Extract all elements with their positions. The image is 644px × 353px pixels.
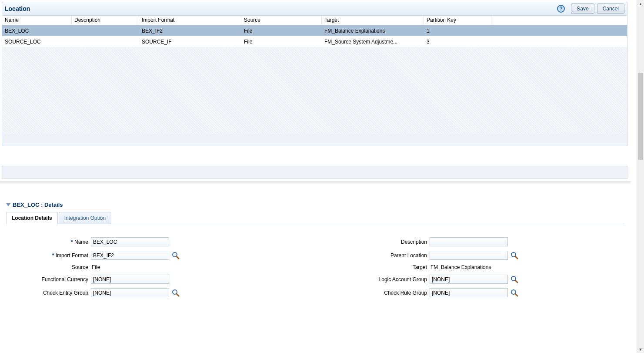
disclosure-icon [6, 203, 10, 206]
col-header-partition-key[interactable]: Partition Key [424, 16, 491, 25]
target-value: FM_Balance Explanations [430, 264, 491, 270]
details-title-text: BEX_LOC : Details [13, 202, 63, 208]
col-header-source[interactable]: Source [241, 16, 322, 25]
description-field[interactable] [430, 237, 508, 246]
table-row[interactable]: SOURCE_LOC SOURCE_IF File FM_Source Syst… [2, 36, 627, 47]
label-functional-currency: Functional Currency [10, 276, 91, 282]
scroll-thumb[interactable] [638, 73, 643, 160]
help-icon[interactable]: ? [557, 5, 565, 13]
panel-separator [0, 182, 631, 184]
details-tabs: Location Details Integration Option [6, 212, 625, 224]
cell-partition-key: 3 [424, 37, 491, 47]
label-logic-account-group: Logic Account Group [206, 276, 430, 282]
col-header-target[interactable]: Target [322, 16, 424, 25]
col-header-name[interactable]: Name [2, 16, 72, 25]
source-value: File [91, 264, 100, 270]
cancel-button[interactable]: Cancel [597, 3, 624, 14]
search-icon[interactable] [511, 276, 518, 283]
svg-line-9 [515, 294, 517, 296]
label-check-entity-group: Check Entity Group [10, 290, 91, 296]
vertical-scrollbar[interactable]: ▲ ▼ [637, 0, 644, 353]
svg-line-5 [515, 256, 517, 259]
name-field[interactable] [91, 237, 169, 246]
label-check-rule-group: Check Rule Group [206, 290, 430, 296]
label-description: Description [206, 239, 430, 245]
cell-target: FM_Source System Adjustme... [322, 37, 424, 47]
cell-import-format: SOURCE_IF [139, 37, 241, 47]
label-import-format: Import Format [10, 252, 91, 259]
search-icon[interactable] [511, 289, 518, 297]
details-form: Name Import Format Source File Functiona… [6, 224, 625, 310]
svg-line-7 [515, 280, 517, 282]
scroll-track[interactable] [637, 7, 644, 346]
filter-bar [2, 166, 627, 179]
label-parent-location: Parent Location [206, 252, 430, 259]
page-title: Location [5, 5, 557, 12]
grid-header: Name Description Import Format Source Ta… [2, 16, 627, 25]
cell-target: FM_Balance Explanations [322, 26, 424, 36]
tab-location-details[interactable]: Location Details [6, 212, 58, 224]
details-title[interactable]: BEX_LOC : Details [6, 202, 625, 208]
svg-line-3 [177, 294, 179, 296]
form-col-left: Name Import Format Source File Functiona… [10, 237, 180, 297]
svg-line-1 [177, 256, 179, 259]
parent-location-field[interactable] [430, 251, 508, 260]
cell-source: File [241, 37, 322, 47]
scroll-down-icon[interactable]: ▼ [637, 346, 644, 353]
cell-description [72, 29, 139, 33]
label-source: Source [10, 264, 91, 270]
cell-import-format: BEX_IF2 [139, 26, 241, 36]
col-header-description[interactable]: Description [72, 16, 139, 25]
search-icon[interactable] [172, 289, 180, 297]
check-rule-group-field[interactable] [430, 288, 508, 297]
form-col-right: Description Parent Location Target FM_Ba… [206, 237, 518, 297]
save-button[interactable]: Save [571, 3, 594, 14]
tab-integration-option[interactable]: Integration Option [59, 212, 111, 224]
label-target: Target [206, 264, 430, 270]
details-section: BEX_LOC : Details Location Details Integ… [6, 202, 625, 310]
header-bar: Location ? Save Cancel [2, 2, 627, 16]
col-header-spacer [491, 16, 627, 25]
functional-currency-field[interactable] [91, 275, 169, 284]
table-row[interactable]: BEX_LOC BEX_IF2 File FM_Balance Explanat… [2, 25, 627, 36]
col-header-import-format[interactable]: Import Format [139, 16, 241, 25]
cell-description [72, 40, 139, 44]
location-grid: Name Description Import Format Source Ta… [2, 16, 627, 146]
cell-name: SOURCE_LOC [2, 37, 72, 47]
search-icon[interactable] [511, 252, 518, 259]
cell-source: File [241, 26, 322, 36]
search-icon[interactable] [172, 252, 180, 259]
import-format-field[interactable] [91, 251, 169, 260]
logic-account-group-field[interactable] [430, 275, 508, 284]
cell-name: BEX_LOC [2, 26, 72, 36]
check-entity-group-field[interactable] [91, 288, 169, 297]
grid-body: BEX_LOC BEX_IF2 File FM_Balance Explanat… [2, 25, 627, 134]
label-name: Name [10, 239, 91, 245]
cell-partition-key: 1 [424, 26, 491, 36]
scroll-up-icon[interactable]: ▲ [637, 0, 644, 7]
